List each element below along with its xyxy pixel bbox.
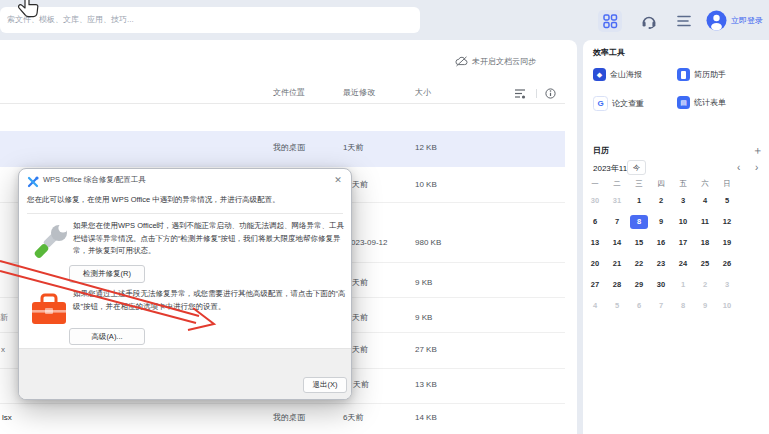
- calendar-day[interactable]: 3: [718, 278, 736, 292]
- tool-resume-assistant[interactable]: 简历助手: [677, 68, 726, 81]
- close-icon[interactable]: ✕: [331, 173, 345, 187]
- calendar-day[interactable]: 6: [630, 299, 648, 313]
- dialog-intro-text: 您在此可以修复，在使用 WPS Office 中遇到的异常情况，并进行高级配置。: [27, 195, 345, 205]
- cell-size: 10 KB: [415, 179, 437, 191]
- search-input[interactable]: 索文件、模板、文库、应用、技巧...: [0, 7, 420, 33]
- calendar-day[interactable]: 12: [718, 215, 736, 229]
- dialog-footer: 退出(X): [19, 348, 351, 399]
- weekday-label: 四: [652, 177, 670, 190]
- calendar-day[interactable]: 9: [696, 299, 714, 313]
- calendar-day[interactable]: 13: [586, 236, 604, 250]
- calendar-day[interactable]: 7: [652, 299, 670, 313]
- weekday-label: 一: [586, 177, 604, 190]
- apps-grid-button[interactable]: [598, 10, 622, 32]
- mouse-hand-cursor: [15, 0, 41, 22]
- tool-poster[interactable]: ◆ 金山海报: [593, 68, 642, 81]
- cell-name-fragment: lsx: [2, 412, 12, 424]
- cell-modified: 023-09-12: [351, 237, 387, 249]
- calendar-day[interactable]: 5: [718, 194, 736, 208]
- cell-size: 14 KB: [415, 412, 437, 424]
- paper-check-icon: G: [593, 96, 608, 111]
- calendar-day[interactable]: 4: [586, 299, 604, 313]
- column-header-location[interactable]: 文件位置: [273, 87, 305, 99]
- calendar-day[interactable]: 21: [608, 257, 626, 271]
- calendar-day[interactable]: 7: [608, 215, 626, 229]
- calendar-day[interactable]: 1: [674, 278, 692, 292]
- calendar-day[interactable]: 18: [696, 236, 714, 250]
- calendar-day[interactable]: 27: [586, 278, 604, 292]
- user-avatar[interactable]: [706, 10, 727, 31]
- cell-location: 我的桌面: [273, 412, 305, 424]
- calendar-prev-icon[interactable]: ‹: [737, 162, 740, 174]
- calendar-add-icon[interactable]: ＋: [752, 144, 763, 156]
- calendar-day[interactable]: 25: [696, 257, 714, 271]
- column-header-modified[interactable]: 最近修改: [343, 87, 375, 99]
- wrench-repair-icon: [31, 223, 69, 261]
- tool-label: 统计表单: [694, 97, 726, 108]
- calendar-day[interactable]: 16: [652, 236, 670, 250]
- weekday-label: 五: [674, 177, 692, 190]
- calendar-day[interactable]: 28: [608, 278, 626, 292]
- calendar-day[interactable]: 23: [652, 257, 670, 271]
- calendar-day[interactable]: 26: [718, 257, 736, 271]
- cloud-sync-notice[interactable]: 未开启文档云同步: [455, 56, 536, 67]
- resume-icon: [677, 68, 690, 81]
- repair-config-dialog: WPS Office 综合修复/配置工具 ✕ 您在此可以修复，在使用 WPS O…: [18, 168, 352, 400]
- column-header-size[interactable]: 大小: [415, 87, 431, 99]
- calendar-day[interactable]: 9: [652, 215, 670, 229]
- cell-size: 9 KB: [415, 312, 432, 324]
- weekday-label: 二: [608, 177, 626, 190]
- info-button[interactable]: [545, 88, 556, 99]
- exit-button[interactable]: 退出(X): [303, 377, 347, 393]
- list-display-settings-button[interactable]: [514, 88, 526, 99]
- calendar-day[interactable]: 15: [630, 236, 648, 250]
- cloud-sync-label: 未开启文档云同步: [472, 56, 536, 67]
- advanced-button[interactable]: 高级(A)...: [69, 328, 145, 345]
- calendar-day[interactable]: 22: [630, 257, 648, 271]
- tool-stats-form[interactable]: ▤ 统计表单: [677, 96, 726, 109]
- avatar-person-icon: [706, 10, 727, 31]
- calendar-day[interactable]: 6: [586, 215, 604, 229]
- calendar-day[interactable]: 17: [674, 236, 692, 250]
- calendar-day[interactable]: 2: [652, 194, 670, 208]
- calendar-day[interactable]: 5: [608, 299, 626, 313]
- cell-modified: 天前: [353, 379, 369, 391]
- calendar-day[interactable]: 19: [718, 236, 736, 250]
- tool-label: 金山海报: [610, 69, 642, 80]
- weekday-label: 六: [696, 177, 714, 190]
- cloud-sync-off-icon: [455, 56, 468, 67]
- calendar-day[interactable]: 31: [608, 194, 626, 208]
- calendar-day[interactable]: 10: [718, 299, 736, 313]
- calendar-day[interactable]: 4: [696, 194, 714, 208]
- cell-modified: 1天前: [343, 142, 363, 154]
- calendar-section-title: 日历: [593, 145, 609, 156]
- detect-repair-button[interactable]: 检测并修复(R): [69, 265, 145, 283]
- calendar-day-selected[interactable]: 8: [630, 215, 648, 229]
- calendar-day[interactable]: 29: [630, 278, 648, 292]
- main-menu-button[interactable]: [677, 15, 691, 27]
- calendar-day[interactable]: 11: [696, 215, 714, 229]
- calendar-day[interactable]: 3: [674, 194, 692, 208]
- header-divider: [536, 89, 537, 98]
- support-headset-button[interactable]: [640, 12, 658, 30]
- login-button[interactable]: 立即登录: [731, 14, 763, 28]
- filter-list-icon: [514, 88, 526, 99]
- dialog-title: WPS Office 综合修复/配置工具: [43, 175, 146, 185]
- calendar-day[interactable]: 30: [652, 278, 670, 292]
- calendar-day[interactable]: 8: [674, 299, 692, 313]
- cell-modified: 天前: [352, 277, 368, 289]
- calendar-next-icon[interactable]: ›: [755, 162, 758, 174]
- header-rule: [0, 103, 565, 104]
- calendar-day[interactable]: 30: [586, 194, 604, 208]
- calendar-today-button[interactable]: 今: [627, 160, 646, 175]
- cell-modified: 天前: [352, 312, 368, 324]
- calendar-day[interactable]: 1: [630, 194, 648, 208]
- cell-modified: 天前: [352, 179, 368, 191]
- toolbox-icon: [29, 293, 69, 327]
- calendar-day[interactable]: 10: [674, 215, 692, 229]
- calendar-day[interactable]: 14: [608, 236, 626, 250]
- calendar-day[interactable]: 2: [696, 278, 714, 292]
- tool-paper-check[interactable]: G 论文查重: [593, 96, 644, 111]
- calendar-day[interactable]: 20: [586, 257, 604, 271]
- calendar-day[interactable]: 24: [674, 257, 692, 271]
